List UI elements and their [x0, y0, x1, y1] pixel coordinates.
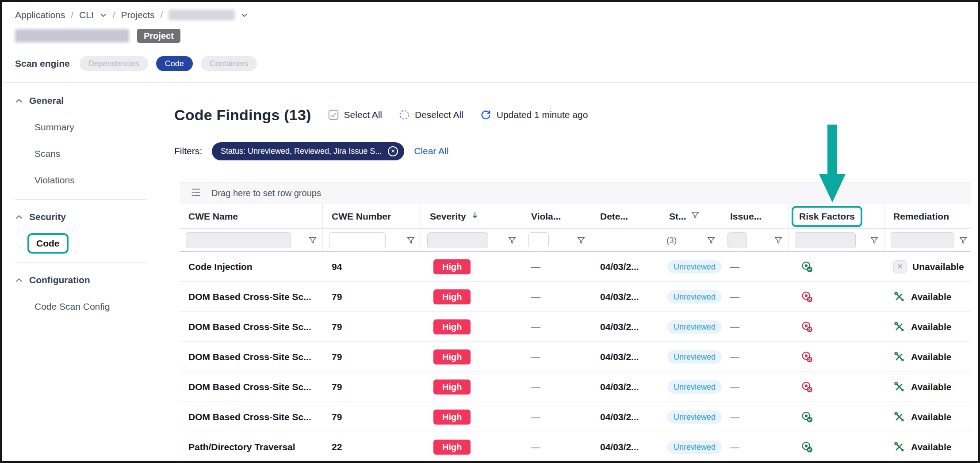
- issue-cell: —: [721, 282, 789, 311]
- table-filter-row: (3): [180, 229, 971, 252]
- cwe-name: Code Injection: [188, 262, 253, 272]
- divider: [15, 262, 147, 263]
- detected-date: 04/03/2...: [600, 442, 639, 452]
- filter-input-violations[interactable]: [528, 232, 549, 248]
- scan-engine-code[interactable]: Code: [156, 56, 193, 71]
- filter-cell-detected: [591, 229, 660, 251]
- clear-all-filters-link[interactable]: Clear All: [414, 146, 448, 156]
- sidebar-section-general[interactable]: General: [15, 93, 159, 108]
- column-header-remediation[interactable]: Remediation: [884, 204, 973, 228]
- violations-cell: —: [522, 372, 591, 402]
- table-row[interactable]: DOM Based Cross-Site Sc... 79 High — 04/…: [180, 342, 971, 372]
- risk-factor-icon[interactable]: [801, 351, 813, 363]
- status-badge: Unreviewed: [667, 260, 722, 273]
- sidebar-item-violations[interactable]: Violations: [34, 173, 159, 188]
- table-row[interactable]: DOM Based Cross-Site Sc... 79 High — 04/…: [180, 282, 971, 312]
- sidebar-item-summary[interactable]: Summary: [34, 120, 159, 135]
- issue-cell: —: [721, 372, 789, 402]
- deselect-all-button[interactable]: Deselect All: [399, 110, 463, 120]
- filter-input-issue[interactable]: [727, 232, 747, 248]
- table-row[interactable]: DOM Based Cross-Site Sc... 79 High — 04/…: [180, 402, 971, 432]
- cwe-number: 79: [332, 352, 342, 362]
- findings-table: Drag here to set row groups CWE Name CWE…: [180, 182, 971, 462]
- column-header-risk-factors[interactable]: Risk Factors: [789, 204, 884, 228]
- filter-chip-label: Status: Unreviewed, Reviewed, Jira Issue…: [221, 147, 382, 155]
- risk-factor-icon[interactable]: [801, 441, 813, 453]
- filter-funnel-icon[interactable]: [308, 236, 317, 245]
- sidebar-item-scans[interactable]: Scans: [34, 146, 159, 161]
- filter-funnel-icon[interactable]: [406, 236, 415, 245]
- filter-funnel-icon[interactable]: [959, 236, 968, 245]
- cwe-name: Path/Directory Traversal: [188, 442, 295, 452]
- risk-factor-icon[interactable]: [801, 261, 813, 273]
- filter-funnel-icon[interactable]: [508, 236, 517, 245]
- breadcrumb-applications[interactable]: Applications: [15, 10, 65, 20]
- cwe-number: 79: [332, 322, 342, 332]
- sidebar-section-security[interactable]: Security: [15, 209, 159, 224]
- risk-factor-icon[interactable]: [801, 321, 813, 333]
- sidebar-item-code[interactable]: Code: [34, 236, 159, 251]
- filter-funnel-icon[interactable]: [870, 236, 879, 245]
- column-header-violations[interactable]: Viola...: [522, 204, 591, 228]
- filter-input-cwe-number[interactable]: [329, 232, 386, 248]
- filter-funnel-icon[interactable]: [774, 236, 783, 245]
- table-row[interactable]: Code Injection 94 High — 04/03/2... Unre…: [180, 252, 971, 282]
- status-badge: Unreviewed: [667, 290, 722, 304]
- filter-chip-status[interactable]: Status: Unreviewed, Reviewed, Jira Issue…: [212, 142, 404, 160]
- annotation-highlight-code: Code: [27, 233, 69, 254]
- breadcrumb-projects[interactable]: Projects: [121, 10, 155, 20]
- column-header-issue[interactable]: Issue...: [721, 204, 789, 228]
- violations-cell: —: [522, 432, 591, 462]
- filter-input-cwe-name[interactable]: [186, 232, 291, 248]
- breadcrumb-cli[interactable]: CLI: [79, 10, 94, 20]
- column-header-cwe-number[interactable]: CWE Number: [323, 204, 421, 228]
- chevron-down-icon[interactable]: [100, 11, 107, 19]
- filter-funnel-icon[interactable]: [577, 236, 586, 245]
- violations-cell: —: [522, 252, 591, 281]
- chevron-up-icon: [15, 97, 23, 105]
- scan-engine-containers[interactable]: Containers: [201, 56, 257, 71]
- filter-funnel-icon[interactable]: [691, 211, 700, 222]
- breadcrumb-separator: /: [160, 10, 163, 20]
- row-group-dropzone[interactable]: Drag here to set row groups: [180, 183, 971, 204]
- filters-label: Filters:: [174, 146, 202, 156]
- dashed-circle-icon: [399, 110, 410, 120]
- table-row[interactable]: DOM Based Cross-Site Sc... 79 High — 04/…: [180, 312, 971, 342]
- filter-input-risk-factors[interactable]: [795, 232, 856, 248]
- chevron-up-icon: [15, 213, 23, 221]
- filter-input-remediation[interactable]: [891, 232, 954, 248]
- refresh-status[interactable]: Updated 1 minute ago: [480, 110, 588, 121]
- chevron-down-icon[interactable]: [241, 11, 248, 19]
- table-row[interactable]: DOM Based Cross-Site Sc... 79 High — 04/…: [180, 372, 971, 402]
- violations-cell: —: [522, 342, 591, 372]
- redacted-project-crumb: [168, 10, 235, 20]
- remediation-label: Available: [911, 382, 951, 392]
- remediation-label: Available: [911, 412, 951, 422]
- sidebar-item-code-scan-config[interactable]: Code Scan Config: [34, 299, 159, 314]
- sidebar-section-configuration[interactable]: Configuration: [15, 273, 159, 288]
- column-header-cwe-name[interactable]: CWE Name: [180, 204, 323, 228]
- cwe-number: 79: [332, 292, 342, 302]
- detected-date: 04/03/2...: [600, 352, 639, 362]
- cwe-number: 79: [332, 382, 342, 392]
- select-all-button[interactable]: Select All: [328, 110, 382, 120]
- scan-engine-dependencies[interactable]: Dependencies: [80, 56, 148, 71]
- status-badge: Unreviewed: [667, 380, 722, 394]
- risk-factor-icon[interactable]: [801, 411, 813, 423]
- annotation-highlight-risk-factors: Risk Factors: [792, 206, 862, 227]
- column-header-severity[interactable]: Severity: [421, 204, 522, 228]
- table-row[interactable]: Path/Directory Traversal 22 High — 04/03…: [180, 432, 971, 462]
- column-header-detected[interactable]: Dete...: [591, 204, 660, 228]
- column-header-status[interactable]: St...: [660, 204, 721, 228]
- risk-factor-icon[interactable]: [801, 381, 813, 393]
- severity-badge: High: [433, 289, 471, 304]
- status-badge: Unreviewed: [667, 410, 722, 424]
- risk-factor-icon[interactable]: [801, 291, 813, 303]
- cwe-number: 22: [332, 442, 342, 452]
- refresh-icon[interactable]: [480, 110, 491, 121]
- detected-date: 04/03/2...: [600, 292, 639, 302]
- remove-filter-icon[interactable]: ✕: [388, 146, 398, 156]
- main-content: Code Findings (13) Select All Deselect A…: [159, 83, 978, 461]
- filter-funnel-icon[interactable]: [707, 236, 716, 245]
- filter-input-severity[interactable]: [427, 232, 488, 248]
